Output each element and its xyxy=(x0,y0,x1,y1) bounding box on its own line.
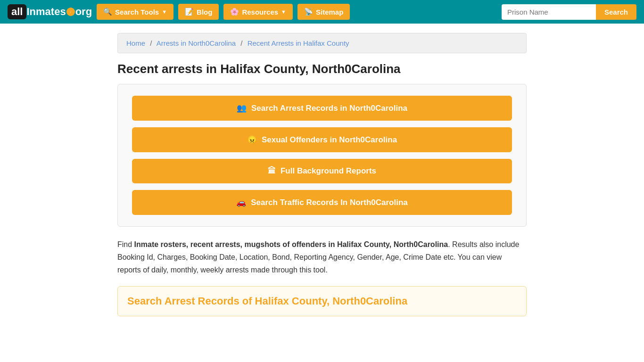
blog-label: Blog xyxy=(197,8,212,16)
search-button-label: Search xyxy=(604,8,628,16)
breadcrumb-current: Recent Arrests in Halifax County xyxy=(248,39,349,47)
background-reports-button[interactable]: 🏛 Full Background Reports xyxy=(132,159,512,183)
description-paragraph: Find Inmate rosters, recent arrests, mug… xyxy=(117,238,527,277)
background-reports-label: Full Background Reports xyxy=(281,166,376,176)
description-prefix: Find xyxy=(117,240,134,248)
logo-inmates-text: Inmates xyxy=(26,6,66,18)
blog-button[interactable]: 📝 Blog xyxy=(178,4,219,20)
resources-label: Resources xyxy=(242,8,278,16)
logo[interactable]: all Inmates · org xyxy=(8,4,92,19)
logo-org-text: org xyxy=(75,6,92,18)
arrest-records-button[interactable]: 👥 Search Arrest Records in North0Carolin… xyxy=(132,96,512,121)
sitemap-label: Sitemap xyxy=(316,8,343,16)
traffic-records-button[interactable]: 🚗 Search Traffic Records In North0Caroli… xyxy=(132,190,512,215)
breadcrumb-arrests-link[interactable]: Arrests in North0Carolina xyxy=(157,39,236,47)
logo-dot-icon: · xyxy=(66,8,75,16)
breadcrumb-home-link[interactable]: Home xyxy=(126,39,145,47)
prison-search-bar: Search xyxy=(502,4,636,20)
prison-name-input[interactable] xyxy=(502,4,596,20)
search-tools-button[interactable]: 🔍 Search Tools ▼ xyxy=(97,4,173,20)
chevron-down-icon: ▼ xyxy=(162,9,167,15)
sexual-offenders-button[interactable]: 😠 Sexual Offenders in North0Carolina xyxy=(132,127,512,152)
page-title: Recent arrests in Halifax County, North0… xyxy=(117,62,527,76)
car-icon: 🚗 xyxy=(236,197,246,207)
chevron-down-icon-resources: ▼ xyxy=(281,9,286,15)
logo-all-text: all xyxy=(11,6,23,18)
people-icon: 👥 xyxy=(237,103,247,113)
traffic-records-label: Search Traffic Records In North0Carolina xyxy=(251,198,408,207)
navbar: all Inmates · org 🔍 Search Tools ▼ 📝 Blo… xyxy=(0,0,644,24)
bottom-section: Search Arrest Records of Halifax County,… xyxy=(117,286,527,316)
building-icon: 🏛 xyxy=(268,166,276,176)
main-content: Home / Arrests in North0Carolina / Recen… xyxy=(110,24,534,326)
search-icon: 🔍 xyxy=(103,8,112,16)
prison-search-button[interactable]: Search xyxy=(596,4,636,20)
sitemap-button[interactable]: 📡 Sitemap xyxy=(297,4,350,20)
description-bold: Inmate rosters, recent arrests, mugshots… xyxy=(134,240,448,248)
breadcrumb-sep-1: / xyxy=(150,39,152,47)
search-tools-label: Search Tools xyxy=(115,8,159,16)
bottom-title: Search Arrest Records of Halifax County,… xyxy=(127,295,517,307)
breadcrumb: Home / Arrests in North0Carolina / Recen… xyxy=(117,33,527,53)
breadcrumb-sep-2: / xyxy=(240,39,242,47)
blog-icon: 📝 xyxy=(185,8,194,16)
resources-button[interactable]: 🌸 Resources ▼ xyxy=(223,4,293,20)
sitemap-icon: 📡 xyxy=(304,8,313,16)
resources-icon: 🌸 xyxy=(230,8,239,16)
sexual-offenders-label: Sexual Offenders in North0Carolina xyxy=(262,135,397,145)
actions-card: 👥 Search Arrest Records in North0Carolin… xyxy=(117,84,527,227)
offender-icon: 😠 xyxy=(247,135,257,145)
arrest-records-label: Search Arrest Records in North0Carolina xyxy=(251,104,407,113)
